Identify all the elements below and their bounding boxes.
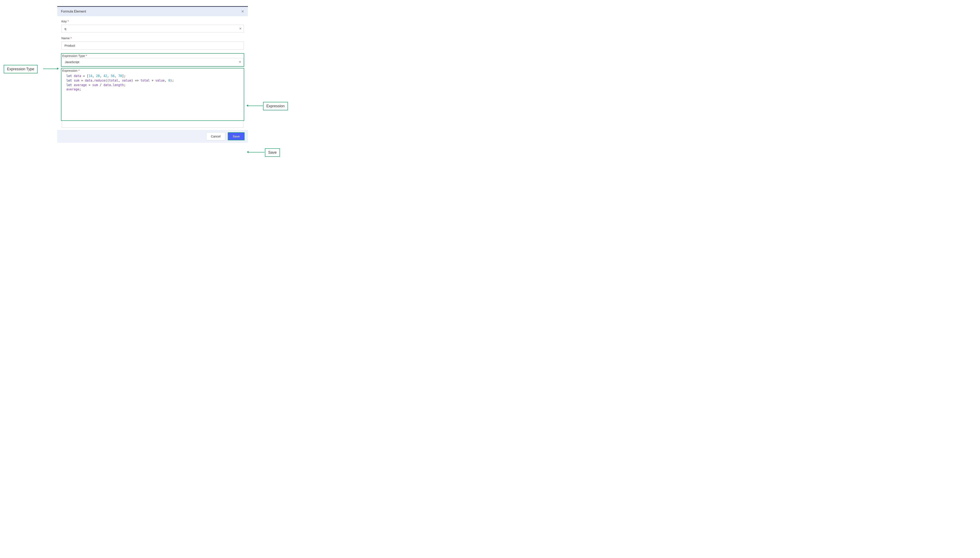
arrow-left-icon bbox=[247, 151, 249, 153]
dialog-header: Formula Element ✕ bbox=[57, 7, 248, 16]
name-label: Name * bbox=[61, 36, 244, 40]
clear-key-icon[interactable]: ✕ bbox=[239, 27, 242, 30]
dialog-title: Formula Element bbox=[61, 10, 86, 13]
dialog-footer: Cancel Save bbox=[57, 130, 248, 143]
expression-editor[interactable]: let data = [14, 28, 42, 56, 70]; let sum… bbox=[62, 73, 243, 120]
arrow-right-icon bbox=[57, 67, 59, 70]
callout-expression: Expression bbox=[263, 102, 288, 110]
expression-label: Expression * bbox=[62, 69, 243, 72]
name-input[interactable] bbox=[61, 41, 244, 49]
key-label: Key * bbox=[61, 20, 244, 23]
arrow-left-icon bbox=[247, 105, 248, 107]
callout-arrow-line bbox=[249, 152, 265, 153]
formula-element-dialog: Formula Element ✕ Key * ✕ Name * Express… bbox=[57, 6, 248, 143]
expression-type-section: Expression Type * ✕ bbox=[61, 53, 244, 67]
expression-type-label: Expression Type * bbox=[62, 54, 243, 57]
callout-expression-type: Expression Type bbox=[4, 65, 38, 73]
key-field-group: Key * ✕ bbox=[61, 20, 244, 33]
editor-bottom-spacer bbox=[62, 121, 243, 128]
save-button[interactable]: Save bbox=[228, 132, 245, 140]
name-field-group: Name * bbox=[61, 36, 244, 49]
key-input[interactable] bbox=[61, 25, 244, 33]
close-icon[interactable]: ✕ bbox=[241, 10, 244, 13]
expression-type-input[interactable] bbox=[62, 58, 243, 66]
cancel-button[interactable]: Cancel bbox=[206, 132, 225, 140]
callout-arrow-line bbox=[248, 106, 263, 106]
expression-section: Expression * let data = [14, 28, 42, 56,… bbox=[61, 68, 244, 121]
callout-save: Save bbox=[265, 148, 280, 157]
callout-arrow-line bbox=[43, 69, 57, 69]
dialog-body: Key * ✕ Name * Expression Type * ✕ Expre… bbox=[57, 16, 248, 128]
clear-expression-type-icon[interactable]: ✕ bbox=[239, 61, 241, 64]
